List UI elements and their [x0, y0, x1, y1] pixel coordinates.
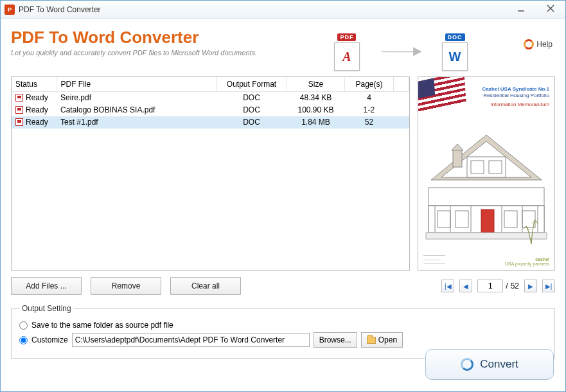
app-title: PDF To Word Converter: [11, 28, 555, 48]
output-legend: Output Setting: [19, 304, 74, 313]
col-format[interactable]: Output Format: [217, 77, 287, 92]
pdf-format-icon: PDF A: [330, 30, 364, 71]
same-folder-label[interactable]: Save to the same folder as source pdf fi…: [31, 321, 173, 330]
svg-rect-9: [471, 161, 484, 174]
svg-rect-24: [426, 233, 547, 239]
window-title: PDF To Word Converter: [19, 5, 101, 14]
output-path-input[interactable]: [72, 333, 310, 347]
svg-rect-13: [481, 209, 494, 233]
clear-all-button[interactable]: Clear all: [170, 277, 241, 295]
prev-page-button[interactable]: ◀: [459, 280, 472, 292]
svg-rect-16: [504, 211, 517, 227]
doc-format-icon: DOC W: [438, 30, 472, 71]
page-input[interactable]: [477, 280, 503, 292]
open-folder-button[interactable]: Open: [361, 332, 403, 348]
page-total: 52: [511, 281, 519, 290]
col-spare: [394, 77, 409, 92]
browse-button[interactable]: Browse...: [314, 332, 357, 348]
preview-pane: Cashel USA Syndicate No.1 Residential Ho…: [418, 76, 555, 271]
col-pages[interactable]: Page(s): [345, 77, 394, 92]
same-folder-radio[interactable]: [19, 321, 28, 330]
svg-rect-17: [522, 211, 535, 227]
table-row[interactable]: ReadyTest #1.pdfDOC1.84 MB52: [12, 116, 409, 129]
preview-title: Cashel USA Syndicate No.1: [482, 86, 549, 93]
last-page-button[interactable]: ▶|: [542, 280, 555, 292]
app-subtitle: Let you quickly and accurately convert P…: [11, 49, 555, 57]
conversion-graphic: PDF A — — —▶ DOC W: [330, 30, 472, 71]
titlebar[interactable]: P PDF To Word Converter: [1, 1, 565, 19]
add-files-button[interactable]: Add Files ...: [11, 277, 82, 295]
page-sep: /: [506, 281, 508, 290]
app-icon: P: [4, 4, 15, 15]
folder-icon: [367, 337, 376, 344]
col-file[interactable]: PDF File: [57, 77, 217, 92]
flag-graphic: [418, 76, 466, 116]
preview-footer-text: ──────────────────────: [423, 253, 445, 266]
header: PDF To Word Converter Let you quickly an…: [11, 28, 555, 76]
svg-marker-7: [452, 144, 463, 150]
customize-label[interactable]: Customize: [31, 335, 68, 344]
table-row[interactable]: ReadySeire.pdfDOC48.34 KB4: [12, 92, 409, 104]
arrow-icon: — — —▶: [382, 44, 420, 58]
col-size[interactable]: Size: [287, 77, 345, 92]
pdf-file-icon: [15, 106, 23, 114]
convert-button[interactable]: Convert: [425, 349, 554, 380]
pdf-file-icon: [15, 94, 23, 102]
svg-rect-14: [438, 211, 450, 227]
preview-brand2: USA property partners: [505, 262, 549, 266]
svg-rect-10: [489, 161, 502, 174]
next-page-button[interactable]: ▶: [524, 280, 537, 292]
preview-subtitle: Residential Housing Portfolio: [482, 93, 549, 99]
close-button[interactable]: [536, 1, 565, 16]
preview-memo: Information Memorandum: [482, 102, 549, 108]
customize-radio[interactable]: [19, 336, 28, 344]
minimize-button[interactable]: [506, 1, 536, 16]
pdf-file-icon: [15, 118, 23, 126]
svg-rect-15: [455, 211, 468, 227]
app-window: P PDF To Word Converter PDF To Word Conv…: [0, 0, 566, 392]
convert-icon: [461, 358, 473, 371]
help-link[interactable]: Help: [524, 39, 553, 49]
file-table[interactable]: Status PDF File Output Format Size Page(…: [11, 76, 410, 271]
house-illustration: [422, 123, 551, 245]
table-row[interactable]: ReadyCatalogo BOBINAS SIA.pdfDOC100.90 K…: [12, 104, 409, 116]
pager: |◀ ◀ / 52 ▶ ▶|: [441, 280, 555, 292]
first-page-button[interactable]: |◀: [441, 280, 454, 292]
svg-rect-6: [453, 149, 462, 167]
preview-brand1: cashel: [535, 257, 549, 262]
col-status[interactable]: Status: [12, 77, 57, 92]
help-icon: [524, 39, 534, 49]
remove-button[interactable]: Remove: [91, 277, 161, 295]
